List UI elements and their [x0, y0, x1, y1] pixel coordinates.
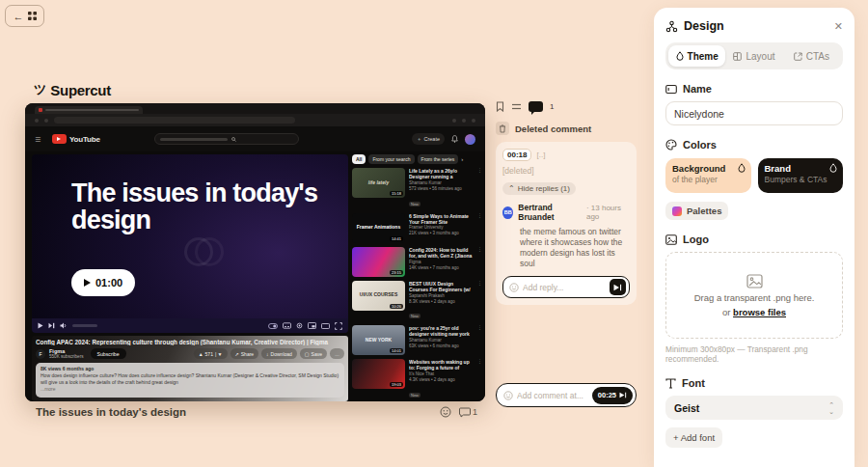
reply-input[interactable]: [523, 283, 606, 292]
comment-input[interactable]: [517, 391, 588, 400]
description-more-link[interactable]: ...more: [41, 386, 339, 392]
supercut-logo-text: Supercut: [50, 82, 111, 98]
list-item[interactable]: UI/UX COURSES10:26 BEST UI/UX Design Cou…: [352, 281, 482, 322]
youtube-search-bar: [154, 133, 299, 145]
reply-timestamp: 13 hours ago: [586, 204, 621, 221]
youtube-logo: YouTube: [52, 134, 100, 144]
browser-tab-bar: [25, 103, 485, 114]
video-stage[interactable]: The issues in today's design 01:00: [32, 154, 348, 333]
add-font-button[interactable]: + Add font: [665, 427, 722, 448]
browse-files-link[interactable]: browse files: [733, 307, 786, 317]
design-panel: Design ✕ Theme Layout CTAs Name Colors B…: [654, 8, 854, 467]
back-arrow-icon: ←: [14, 11, 24, 22]
youtube-create-button: ＋ Create: [412, 133, 445, 145]
tab-ctas[interactable]: CTAs: [783, 45, 840, 67]
chip-from-your-search[interactable]: From your search: [368, 154, 414, 164]
settings-gear-icon[interactable]: [296, 322, 303, 329]
colors-label: Colors: [665, 139, 843, 151]
kebab-icon[interactable]: ⋮: [477, 325, 482, 355]
list-item[interactable]: Framer Animations14:41 6 Simple Ways to …: [352, 213, 482, 243]
close-icon[interactable]: ✕: [834, 20, 843, 33]
browser-url-bar: [25, 114, 485, 126]
description-text: How does design influence culture? How d…: [41, 372, 339, 385]
subscribe-button[interactable]: Subscribe: [91, 348, 126, 359]
reply-author: Bertrand Bruandet: [518, 203, 582, 222]
kebab-icon[interactable]: ⋮: [477, 247, 482, 277]
next-control-icon[interactable]: [48, 322, 55, 329]
comment-composer: 00:25: [496, 383, 637, 407]
trash-icon: [496, 122, 509, 135]
kebab-icon[interactable]: ⋮: [477, 359, 482, 400]
emoji-icon[interactable]: [503, 391, 513, 400]
comment-thread-card: 00:18 [..] [deleted] ⌃ Hide replies (1) …: [496, 142, 637, 305]
supercut-logo-icon: ツ: [34, 81, 46, 98]
tab-layout[interactable]: Layout: [725, 45, 782, 67]
play-control-icon[interactable]: [38, 322, 43, 329]
play-duration-pill[interactable]: 01:00: [71, 269, 135, 296]
share-button[interactable]: ↗Share: [231, 348, 259, 359]
clip-caption-row: The issues in today's design 1: [36, 406, 477, 418]
list-icon[interactable]: [511, 102, 522, 111]
palette-icon: [672, 206, 682, 216]
hide-replies-toggle[interactable]: ⌃ Hide replies (1): [502, 182, 576, 195]
name-label: Name: [665, 83, 843, 95]
autoplay-icon[interactable]: [268, 323, 278, 329]
youtube-video-title: Config APAC 2024: Representing culture t…: [36, 339, 344, 345]
font-icon: [665, 378, 676, 389]
volume-icon[interactable]: [60, 322, 68, 329]
download-button[interactable]: ↓Download: [261, 348, 297, 359]
tab-theme[interactable]: Theme: [668, 45, 725, 67]
droplet-icon: [738, 163, 746, 173]
fullscreen-icon[interactable]: [335, 322, 342, 330]
emoji-icon[interactable]: [509, 283, 519, 292]
comments-panel: 1 Deleted comment 00:18 [..] [deleted] ⌃…: [496, 100, 637, 305]
bookmark-icon[interactable]: [496, 101, 504, 112]
name-input[interactable]: [665, 101, 843, 125]
chip-all[interactable]: All: [352, 154, 366, 164]
list-item[interactable]: 23:15 Config 2024: How to build for, and…: [352, 247, 482, 277]
player-controls-bar[interactable]: [32, 318, 348, 333]
collapsed-marker: [..]: [536, 151, 545, 159]
list-item[interactable]: life lately15:18 Life Lately as a 26y/o …: [352, 168, 482, 209]
video-info-section: Config APAC 2024: Representing culture t…: [32, 336, 348, 401]
kebab-icon[interactable]: ⋮: [477, 281, 482, 322]
comments-filter-icon[interactable]: [529, 101, 543, 112]
deleted-comment-body: [deleted]: [502, 166, 630, 176]
brand-color-card[interactable]: Brand Bumpers & CTAs: [758, 158, 844, 193]
list-item[interactable]: NEW YORK14:01 pov: you're a 25yr old des…: [352, 325, 482, 355]
send-icon: [613, 284, 622, 291]
logo-dropzone[interactable]: Drag a transparent .png here. or browse …: [665, 252, 843, 339]
comment-count[interactable]: 1: [459, 406, 477, 418]
chips-more-arrow[interactable]: ›: [461, 156, 463, 162]
url-field: [54, 117, 295, 124]
chip-from-the-series[interactable]: From the series: [418, 154, 459, 164]
save-button[interactable]: ▢Save: [300, 348, 327, 359]
kebab-icon[interactable]: ⋮: [477, 168, 482, 209]
font-value: Geist: [674, 402, 699, 414]
youtube-header: ☰ YouTube ＋ Create: [25, 126, 485, 151]
send-comment-button[interactable]: 00:25: [592, 387, 633, 404]
captions-icon[interactable]: [283, 322, 291, 329]
font-select[interactable]: Geist ⌃⌃: [665, 396, 843, 420]
timestamp-badge[interactable]: 00:18: [502, 149, 531, 161]
grid-icon: [28, 12, 37, 20]
back-button[interactable]: ←: [5, 5, 44, 27]
palettes-button[interactable]: Palettes: [665, 202, 728, 220]
more-button[interactable]: …: [330, 348, 344, 359]
video-preview-card[interactable]: ☰ YouTube ＋ Create The issues in today's…: [25, 103, 485, 401]
emoji-reaction-icon[interactable]: [440, 406, 451, 418]
video-headline: The issues in today's design: [71, 179, 317, 234]
kebab-icon[interactable]: ⋮: [477, 213, 482, 243]
miniplayer-icon[interactable]: [308, 322, 316, 329]
theater-icon[interactable]: [321, 323, 330, 329]
description-meta: 8K views 6 months ago: [41, 366, 339, 371]
droplet-icon: [829, 163, 837, 173]
like-button[interactable]: ▲571 | ▼: [194, 348, 228, 359]
layout-icon: [733, 52, 742, 61]
background-color-card[interactable]: Background of the player: [665, 158, 751, 193]
video-description-box[interactable]: 8K views 6 months ago How does design in…: [36, 363, 344, 398]
browser-tab: [35, 106, 143, 114]
send-reply-button[interactable]: [610, 279, 626, 295]
play-icon: [84, 279, 91, 287]
list-item[interactable]: 19:03 Websites worth waking up to: Forgi…: [352, 359, 482, 400]
